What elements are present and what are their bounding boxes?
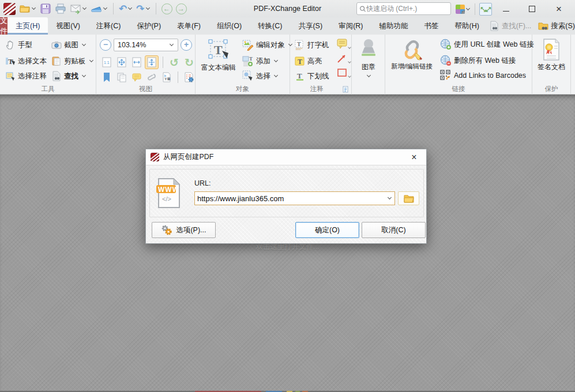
- select-object-button[interactable]: 选择: [240, 69, 295, 83]
- search-button[interactable]: 搜索(S)...: [536, 19, 575, 33]
- group-label-comment: 注释: [290, 85, 343, 93]
- dialog-title-bar[interactable]: 从网页创建PDF ×: [146, 149, 426, 165]
- actual-size-button[interactable]: 1:1: [100, 55, 114, 69]
- underline-button[interactable]: T 下划线: [293, 69, 331, 83]
- search-folder-icon: [538, 21, 548, 31]
- find-tool-button[interactable]: 查找: [50, 69, 96, 83]
- dialog-close-button[interactable]: ×: [407, 150, 422, 164]
- comments-pane-button[interactable]: [130, 70, 144, 84]
- export-pane-button[interactable]: T≣: [160, 70, 174, 84]
- title-bar: ↶ ↷ ← → PDF-XChange Editor ⤡⤢ ×: [0, 0, 575, 17]
- clipboard-button[interactable]: 剪贴板: [50, 54, 96, 68]
- open-file-button[interactable]: [18, 1, 37, 16]
- tab-accessibility[interactable]: 辅助功能: [371, 17, 416, 35]
- arrow-annot-button[interactable]: [336, 52, 351, 64]
- fit-page-button[interactable]: [115, 55, 129, 69]
- options-button[interactable]: 选项(P)...: [152, 222, 216, 238]
- url-combobox[interactable]: [194, 191, 395, 205]
- search-label: 搜索(S)...: [551, 21, 575, 31]
- bookmarks-pane-button[interactable]: [100, 70, 114, 84]
- tab-help[interactable]: 帮助(H): [446, 17, 487, 35]
- select-comments-button[interactable]: 选择注释: [3, 69, 48, 83]
- ok-button[interactable]: 确定(O): [295, 222, 359, 238]
- close-button[interactable]: ×: [549, 0, 569, 17]
- fit-visible-button[interactable]: [145, 55, 159, 69]
- print-button[interactable]: [54, 1, 67, 16]
- fit-width-button[interactable]: [130, 55, 144, 69]
- save-button[interactable]: [39, 1, 52, 16]
- email-button[interactable]: [69, 1, 88, 16]
- rect-annot-button[interactable]: [336, 67, 351, 78]
- rotate-ccw-button[interactable]: ↺: [167, 55, 181, 69]
- cancel-button[interactable]: 取消(C): [362, 222, 426, 238]
- comment-group-launcher-icon[interactable]: [343, 86, 350, 93]
- add-object-button[interactable]: T 添加: [240, 54, 295, 68]
- snapshot-button[interactable]: 截图: [50, 38, 96, 52]
- tab-convert[interactable]: 转换(C): [250, 17, 290, 35]
- rotate-cw-button[interactable]: ↻: [182, 55, 196, 69]
- rotate-cw-icon: ↻: [185, 57, 194, 68]
- thumbnails-pane-button[interactable]: [115, 70, 129, 84]
- tab-protect[interactable]: 保护(P): [129, 17, 169, 35]
- scan-button[interactable]: [89, 1, 109, 16]
- hand-tool-button[interactable]: 手型: [3, 38, 48, 52]
- app-menu-button[interactable]: [2, 1, 17, 16]
- tab-share[interactable]: 共享(S): [290, 17, 330, 35]
- folder-open-icon: [19, 3, 31, 14]
- edit-object-button[interactable]: 编辑对象: [240, 38, 295, 52]
- group-object: T 富文本编辑 编辑对象 T 添加 选择 对象: [196, 35, 290, 95]
- ribbon: 手型 T 选择文本 选择注释 截图 剪贴板: [0, 35, 575, 95]
- forward-button[interactable]: →: [175, 1, 188, 16]
- view-options-button[interactable]: [182, 70, 196, 84]
- tab-view[interactable]: 视图(V): [48, 17, 88, 35]
- find-button[interactable]: 查找(F)...: [487, 19, 533, 33]
- document-canvas[interactable]: 双击这里打开文件... 从网页创建PDF × WWW </> URL:: [0, 95, 575, 392]
- tab-review[interactable]: 审阅(R): [330, 17, 371, 35]
- find-label: 查找(F)...: [502, 21, 531, 31]
- browse-button[interactable]: [398, 191, 419, 205]
- tab-organize[interactable]: 组织(O): [209, 17, 250, 35]
- sign-document-button[interactable]: 签名文档: [534, 38, 569, 72]
- minimize-button[interactable]: [496, 0, 516, 17]
- add-links-barcodes-button[interactable]: Add Links to Barcodes: [438, 69, 536, 82]
- redo-icon: ↷: [136, 4, 144, 14]
- highlight-button[interactable]: T 高亮: [293, 54, 331, 68]
- create-web-links-button[interactable]: 使用 URL 创建 Web 链接: [438, 37, 536, 51]
- typewriter-button[interactable]: T 打字机: [293, 38, 331, 52]
- redo-button[interactable]: ↷: [135, 1, 151, 16]
- maximize-button[interactable]: [522, 0, 542, 17]
- quick-launch-search[interactable]: [356, 2, 451, 15]
- mail-icon: [70, 3, 81, 14]
- zoom-out-button[interactable]: −: [100, 39, 111, 51]
- zoom-in-button[interactable]: +: [181, 39, 192, 51]
- quick-launch-input[interactable]: [366, 5, 448, 13]
- chevron-down-icon: [348, 46, 351, 49]
- tab-file[interactable]: 文件: [0, 17, 7, 35]
- stamp-button[interactable]: 图章: [354, 38, 384, 77]
- undo-button[interactable]: ↶: [118, 1, 134, 16]
- window-title: PDF-XChange Editor: [254, 5, 321, 13]
- sign-document-icon: [540, 38, 563, 61]
- content-pane-icon: T≣: [161, 72, 172, 82]
- tab-comment[interactable]: 注释(C): [88, 17, 129, 35]
- chevron-down-icon[interactable]: [388, 195, 392, 199]
- bookmark-icon: [102, 72, 112, 82]
- svg-text:T: T: [297, 71, 302, 80]
- tab-home[interactable]: 主页(H): [7, 17, 48, 35]
- fullscreen-button[interactable]: ⤡⤢: [478, 2, 493, 17]
- tab-form[interactable]: 表单(F): [169, 17, 209, 35]
- find-document-icon: [51, 71, 62, 81]
- attachments-pane-button[interactable]: [145, 70, 159, 84]
- zoom-level-combobox[interactable]: 103.14%: [114, 39, 178, 51]
- link-edit-icon: [400, 38, 423, 61]
- url-input[interactable]: [197, 194, 386, 203]
- separator: [475, 3, 475, 15]
- tab-bookmarks[interactable]: 书签: [416, 17, 446, 35]
- select-text-button[interactable]: T 选择文本: [3, 54, 48, 68]
- remove-web-links-button[interactable]: 删除所有 Web 链接: [438, 54, 536, 67]
- back-button[interactable]: ←: [160, 1, 174, 16]
- sticky-note-button[interactable]: [336, 38, 351, 50]
- rich-text-edit-button[interactable]: T 富文本编辑: [198, 38, 239, 73]
- customize-ui-button[interactable]: [454, 2, 472, 17]
- add-edit-link-button[interactable]: 新增/编辑链接: [388, 38, 436, 71]
